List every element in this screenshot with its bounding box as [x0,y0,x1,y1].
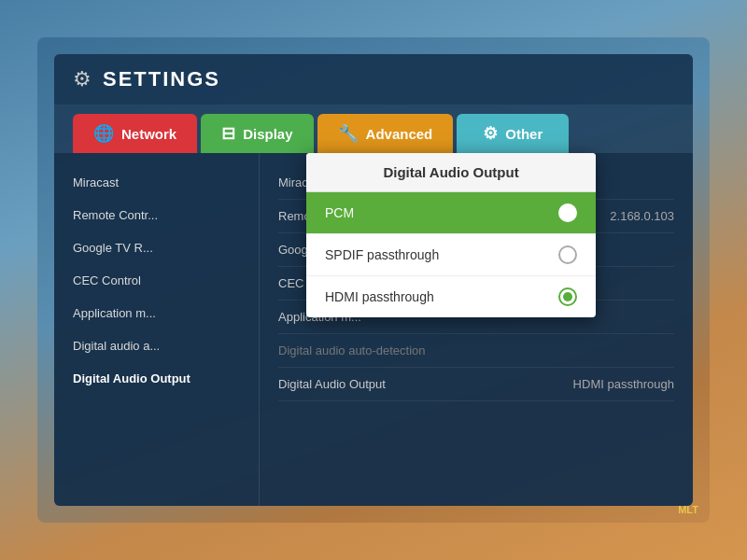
main-content: Miracast Remote Contr... Google TV R... … [54,153,693,506]
dropdown-option-spdif-label: SPDIF passthrough [325,247,439,262]
tab-advanced-label: Advanced [366,126,433,142]
settings-title: SETTINGS [103,67,220,91]
row-value-remote: 2.168.0.103 [610,209,674,223]
dropdown-option-hdmi-label: HDMI passthrough [325,289,434,304]
sidebar-item-remote[interactable]: Remote Contr... [54,199,259,231]
other-icon: ⚙ [483,123,498,144]
tab-network[interactable]: 🌐 Network [73,114,197,153]
radio-pcm [558,203,577,222]
tab-network-label: Network [121,126,176,142]
settings-icon: ⚙ [73,67,92,91]
sidebar-item-application[interactable]: Application m... [54,297,259,329]
tv-frame: ⚙ SETTINGS 🌐 Network ⊟ Display 🔧 Advance… [37,37,710,523]
dropdown-option-spdif[interactable]: SPDIF passthrough [306,234,596,276]
watermark: MLT [678,504,698,515]
sidebar-item-googletv[interactable]: Google TV R... [54,231,259,264]
advanced-icon: 🔧 [338,123,359,144]
radio-spdif [558,245,577,264]
row-label-digital-auto: Digital audio auto-detection [278,343,426,357]
dropdown-overlay: Digital Audio Output PCM SPDIF passthrou… [306,153,596,317]
display-icon: ⊟ [221,123,235,144]
radio-hdmi [558,287,577,306]
radio-hdmi-inner [563,292,572,301]
row-label-digital-output: Digital Audio Output [278,377,386,391]
content-area: Miracast Remote Contr... 2.168.0.103 Goo… [260,153,693,506]
sidebar-item-cec[interactable]: CEC Control [54,264,259,297]
settings-panel: ⚙ SETTINGS 🌐 Network ⊟ Display 🔧 Advance… [54,54,693,506]
tab-advanced[interactable]: 🔧 Advanced [317,114,454,153]
radio-pcm-inner [563,208,572,217]
settings-header: ⚙ SETTINGS [54,54,693,105]
dropdown-title: Digital Audio Output [306,153,596,192]
tab-display[interactable]: ⊟ Display [201,114,313,153]
sidebar: Miracast Remote Contr... Google TV R... … [54,153,260,506]
tab-other[interactable]: ⚙ Other [457,114,569,153]
row-value-digital-output: HDMI passthrough [573,377,674,391]
sidebar-item-miracast[interactable]: Miracast [54,166,259,199]
sidebar-item-digital-output[interactable]: Digital Audio Output [54,362,259,395]
tabs-row: 🌐 Network ⊟ Display 🔧 Advanced ⚙ Other [54,114,693,153]
tab-display-label: Display [243,126,292,142]
dropdown-option-pcm-label: PCM [325,205,354,220]
content-row-digital-output[interactable]: Digital Audio Output HDMI passthrough [278,368,674,401]
content-row-digital-auto: Digital audio auto-detection [278,334,674,368]
tab-other-label: Other [505,126,543,142]
network-icon: 🌐 [93,123,114,144]
dropdown-option-pcm[interactable]: PCM [306,192,596,234]
sidebar-item-digital-auto[interactable]: Digital audio a... [54,329,259,362]
dropdown-option-hdmi[interactable]: HDMI passthrough [306,276,596,317]
